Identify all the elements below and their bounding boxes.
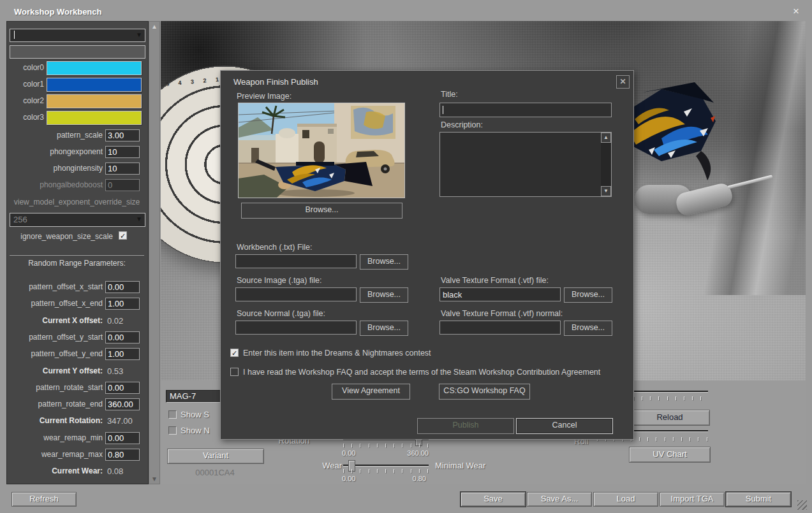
phongexponent-input[interactable] (105, 146, 140, 158)
wear-min-label: 0.00 (342, 475, 355, 482)
vtf-file-input[interactable] (439, 287, 561, 301)
scroll-up-icon[interactable]: ▲ (149, 23, 159, 30)
resize-grip[interactable] (797, 500, 807, 510)
vtf-normal-browse-button[interactable]: Browse... (564, 321, 612, 336)
view-agreement-button[interactable]: View Agreement (332, 384, 410, 400)
sidebar-scrollbar[interactable]: ▲ ▼ (149, 21, 160, 484)
scroll-up-icon[interactable]: ▲ (601, 133, 611, 143)
title-input[interactable] (439, 103, 612, 117)
pattern-offset-y-end-input[interactable] (105, 348, 140, 360)
pattern-rotate-end-input[interactable] (105, 398, 140, 410)
source-image-browse-button[interactable]: Browse... (360, 287, 408, 303)
vtf-file-label: Valve Texture Format (.vtf) file: (441, 276, 549, 285)
wear-remap-max-input[interactable] (105, 449, 140, 461)
phongalbedoboost-label: phongalbedoboost (7, 180, 103, 189)
scroll-down-icon[interactable]: ▼ (149, 475, 159, 482)
current-x-offset-row: Current X offset: 0.02 (7, 315, 147, 329)
cancel-button[interactable]: Cancel (516, 418, 613, 434)
pattern-scale-label: pattern_scale (7, 131, 103, 140)
agreement-checkbox[interactable] (230, 368, 239, 376)
pattern-seed-value: 00001CA4 (167, 468, 263, 477)
preview-image-label: Preview Image: (237, 92, 292, 101)
scroll-down-icon[interactable]: ▼ (601, 186, 611, 196)
current-wear-label: Current Wear: (7, 466, 103, 475)
pattern-rotate-end-row: pattern_rotate_end (7, 398, 147, 412)
dialog-title: Weapon Finish Publish (233, 77, 318, 87)
pattern-offset-y-start-input[interactable] (105, 331, 140, 343)
view-model-size-value: 256 (13, 215, 27, 224)
pattern-offset-x-start-input[interactable] (105, 281, 140, 293)
text-caret (14, 31, 15, 39)
description-scrollbar[interactable]: ▲ ▼ (601, 133, 611, 196)
pattern-offset-x-end-input[interactable] (105, 298, 140, 310)
show-nametag-checkbox[interactable] (168, 426, 177, 435)
phongintensity-label: phongintensity (7, 164, 103, 173)
color3-swatch[interactable] (47, 111, 142, 125)
current-rotation-label: Current Rotation: (7, 416, 103, 425)
chevron-down-icon: ▼ (136, 31, 142, 38)
variant-button[interactable]: Variant (167, 449, 264, 464)
color1-swatch[interactable] (47, 78, 142, 92)
source-image-label: Source Image (.tga) file: (237, 276, 321, 285)
color2-swatch[interactable] (47, 94, 142, 108)
dialog-close-icon[interactable]: ✕ (616, 75, 630, 89)
color0-label: color0 (7, 63, 44, 72)
ignore-weapon-size-checkbox[interactable]: ✓ (119, 231, 127, 240)
wear-remap-min-input[interactable] (105, 432, 140, 444)
view-model-size-label: view_model_exponent_override_size (7, 198, 147, 206)
preview-browse-button[interactable]: Browse... (241, 203, 402, 219)
show-stattrak-checkbox[interactable] (168, 410, 177, 419)
import-tga-button[interactable]: Import TGA (660, 492, 725, 507)
contest-checkbox-label: Enter this item into the Dreams & Nightm… (243, 349, 431, 358)
color0-swatch[interactable] (47, 61, 142, 75)
vtf-file-browse-button[interactable]: Browse... (564, 287, 612, 303)
pattern-rotate-start-row: pattern_rotate_start (7, 382, 147, 396)
workbench-file-input[interactable] (235, 254, 357, 268)
wear-slider-label: Wear (309, 461, 342, 470)
param-label: pattern_offset_y_end (7, 349, 103, 358)
wear-slider-track[interactable] (343, 465, 429, 466)
pattern-scale-input[interactable] (105, 129, 140, 141)
save-as-button[interactable]: Save As... (527, 492, 592, 507)
current-wear-row: Current Wear: 0.08 (7, 465, 147, 479)
phongexponent-label: phongexponent (7, 147, 103, 156)
view-model-size-combobox[interactable]: 256 ▼ (10, 213, 145, 227)
current-wear-value: 0.08 (107, 466, 123, 476)
checkmark-icon: ✓ (232, 349, 237, 357)
weapon-select-value: MAG-7 (170, 391, 196, 401)
title-field-label: Title: (441, 90, 458, 99)
pattern-name-field[interactable] (10, 45, 145, 59)
workshop-faq-button[interactable]: CS:GO Workshop FAQ (439, 384, 530, 400)
wear-name-label: Minimal Wear (435, 461, 485, 470)
finish-style-combobox[interactable]: ▼ (10, 29, 145, 42)
refresh-button[interactable]: Refresh (11, 492, 77, 507)
save-button[interactable]: Save (461, 492, 526, 507)
param-label: pattern_rotate_start (7, 383, 103, 392)
rotation-max-label: 360.00 (371, 449, 429, 457)
show-nametag-label: Show N (181, 426, 210, 435)
reload-button[interactable]: Reload (630, 410, 710, 426)
submit-button[interactable]: Submit (726, 492, 791, 507)
source-normal-input[interactable] (235, 321, 357, 335)
phongalbedoboost-input (105, 179, 140, 191)
param-label: wear_remap_min (7, 433, 103, 442)
vtf-normal-input[interactable] (439, 321, 561, 335)
description-textarea[interactable] (439, 132, 612, 197)
current-x-offset-label: Current X offset: (7, 316, 103, 325)
load-button[interactable]: Load (593, 492, 658, 507)
color2-label: color2 (7, 96, 44, 105)
uv-chart-button[interactable]: UV Chart (629, 447, 711, 463)
source-image-input[interactable] (235, 287, 357, 301)
workshop-workbench-window: Workshop Workbench × ▼ color0 color1 col… (0, 0, 812, 513)
param-label: pattern_rotate_end (7, 400, 103, 408)
color0-row: color0 (7, 61, 147, 75)
phongintensity-input[interactable] (105, 163, 140, 175)
phongintensity-row: phongintensity (7, 163, 147, 177)
text-caret (443, 106, 443, 114)
window-close-icon[interactable]: × (790, 5, 802, 18)
workbench-browse-button[interactable]: Browse... (360, 254, 408, 270)
pattern-offset-x-end-row: pattern_offset_x_end (7, 298, 147, 312)
source-normal-browse-button[interactable]: Browse... (360, 321, 408, 336)
contest-checkbox[interactable]: ✓ (230, 349, 239, 357)
pattern-rotate-start-input[interactable] (105, 382, 140, 394)
